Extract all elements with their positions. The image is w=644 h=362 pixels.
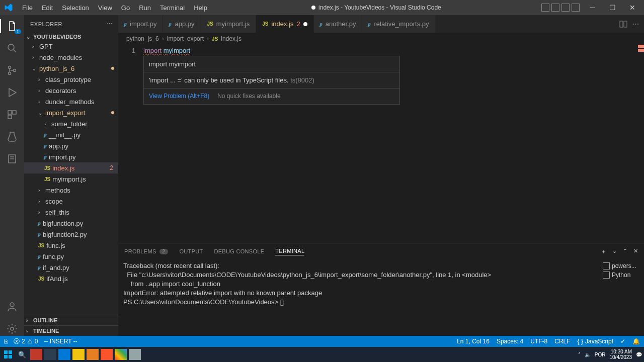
file-myimport-js[interactable]: JSmyimport.js bbox=[24, 173, 118, 185]
file-app-py[interactable]: 𝒑app.py bbox=[24, 140, 118, 151]
file-func-js[interactable]: JSfunc.js bbox=[24, 240, 118, 251]
file-if-and-py[interactable]: 𝒑if_and.py bbox=[24, 262, 118, 273]
explorer-icon[interactable]: 1 bbox=[0, 19, 24, 33]
status-encoding[interactable]: UTF-8 bbox=[530, 338, 547, 345]
panel-tab-terminal[interactable]: TERMINAL bbox=[275, 248, 304, 255]
tab-myimport-js[interactable]: JSmyimport.js bbox=[201, 15, 257, 33]
taskbar-app-icon[interactable] bbox=[30, 349, 42, 360]
testing-icon[interactable] bbox=[5, 130, 19, 144]
menu-help[interactable]: Help bbox=[190, 2, 211, 14]
status-notifications-icon[interactable]: 🔔 bbox=[632, 338, 640, 345]
settings-gear-icon[interactable] bbox=[5, 322, 19, 336]
minimize-button[interactable]: ─ bbox=[585, 4, 600, 12]
folder-class-prototype[interactable]: ›class_prototype bbox=[24, 74, 118, 85]
terminal-output[interactable]: Traceback (most recent call last): File … bbox=[118, 259, 599, 336]
accounts-icon[interactable] bbox=[5, 300, 19, 314]
search-icon[interactable] bbox=[5, 41, 19, 55]
folder-import-export[interactable]: ⌄import_export bbox=[24, 107, 118, 118]
folder-self-this[interactable]: ›self_this bbox=[24, 207, 118, 218]
tab-relative-imports-py[interactable]: 𝒑relative_imports.py bbox=[362, 15, 435, 33]
code-editor[interactable]: 1 import myimport import myimport 'impor… bbox=[118, 45, 644, 243]
status-language[interactable]: { } JavaScript bbox=[578, 338, 613, 345]
tab-import-py[interactable]: 𝒑import.py bbox=[118, 15, 163, 33]
layout-customize-icon[interactable] bbox=[572, 4, 580, 12]
folder-python-js-6[interactable]: ⌄python_js_6 bbox=[24, 63, 118, 74]
tray-language[interactable]: POR bbox=[595, 352, 606, 357]
menu-edit[interactable]: Edit bbox=[38, 2, 57, 14]
extensions-icon[interactable] bbox=[5, 108, 19, 122]
timeline-section[interactable]: ›TIMELINE bbox=[24, 325, 118, 336]
start-button[interactable] bbox=[2, 349, 14, 360]
outline-section[interactable]: ›OUTLINE bbox=[24, 315, 118, 325]
taskbar-explorer-icon[interactable] bbox=[72, 349, 85, 360]
file-bigfunction-py[interactable]: 𝒑bigfunction.py bbox=[24, 218, 118, 229]
tab-another-py[interactable]: 𝒑another.py bbox=[314, 15, 363, 33]
close-panel-icon[interactable]: ✕ bbox=[633, 248, 638, 255]
layout-sidebar-right-icon[interactable] bbox=[561, 4, 570, 12]
layout-sidebar-left-icon[interactable] bbox=[541, 4, 549, 12]
folder-methods[interactable]: ›methods bbox=[24, 185, 118, 196]
panel-tab-debug[interactable]: DEBUG CONSOLE bbox=[214, 248, 264, 254]
file-index-js[interactable]: JSindex.js2 bbox=[24, 162, 118, 173]
layout-panel-icon[interactable] bbox=[551, 4, 559, 12]
split-editor-icon[interactable] bbox=[619, 20, 627, 28]
sidebar-more-icon[interactable]: ⋯ bbox=[107, 21, 113, 27]
terminal-entry-powershell[interactable]: powers... bbox=[601, 261, 642, 270]
taskbar-time[interactable]: 10:30 AM bbox=[610, 349, 632, 354]
maximize-panel-icon[interactable]: ⌃ bbox=[623, 248, 627, 255]
folder-gpt[interactable]: ›GPT bbox=[24, 41, 118, 52]
view-problem-link[interactable]: View Problem (Alt+F8) bbox=[149, 92, 209, 101]
folder-dunder-methods[interactable]: ›dunder_methods bbox=[24, 96, 118, 107]
minimap[interactable] bbox=[627, 45, 637, 243]
breadcrumb[interactable]: python_js_6 › import_export › JS index.j… bbox=[118, 33, 644, 45]
status-eol[interactable]: CRLF bbox=[554, 338, 570, 345]
taskbar-app-icon[interactable] bbox=[44, 349, 56, 360]
menu-terminal[interactable]: Terminal bbox=[156, 2, 189, 14]
menu-run[interactable]: Run bbox=[135, 2, 155, 14]
menu-file[interactable]: File bbox=[18, 2, 37, 14]
search-taskbar-icon[interactable]: 🔍 bbox=[16, 349, 28, 360]
workspace-root[interactable]: ⌄YOUTUBEVIDEOS bbox=[24, 33, 118, 41]
taskbar-chrome-icon[interactable] bbox=[115, 349, 127, 360]
more-actions-icon[interactable]: ⋯ bbox=[632, 20, 639, 28]
status-errors[interactable]: ⓧ 2 ⚠ 0 bbox=[14, 337, 38, 346]
overview-ruler[interactable] bbox=[637, 45, 644, 243]
tab-index-js[interactable]: JSindex.js2 bbox=[256, 15, 314, 33]
file-ifand-js[interactable]: JSifAnd.js bbox=[24, 273, 118, 284]
taskbar-brave-icon[interactable] bbox=[101, 349, 113, 360]
folder-node-modules[interactable]: ›node_modules bbox=[24, 52, 118, 63]
terminal-dropdown-icon[interactable]: ⌄ bbox=[612, 248, 617, 255]
remote-indicator[interactable]: ⎘ bbox=[4, 338, 8, 345]
taskbar-date[interactable]: 10/4/2023 bbox=[610, 354, 632, 360]
taskbar-firefox-icon[interactable] bbox=[87, 349, 99, 360]
folder-some-folder[interactable]: ›some_folder bbox=[24, 118, 118, 129]
tray-chevron-icon[interactable]: ˄ bbox=[578, 352, 581, 357]
status-cursor-position[interactable]: Ln 1, Col 16 bbox=[457, 338, 490, 345]
breadcrumb-segment[interactable]: index.js bbox=[221, 35, 242, 42]
menu-selection[interactable]: Selection bbox=[58, 2, 93, 14]
notification-center-icon[interactable]: 💬 bbox=[636, 352, 642, 357]
panel-tab-problems[interactable]: PROBLEMS2 bbox=[124, 248, 168, 254]
bookmarks-icon[interactable] bbox=[5, 152, 19, 166]
unsaved-dot-icon[interactable] bbox=[303, 22, 307, 26]
close-button[interactable]: ✕ bbox=[625, 4, 640, 12]
status-indentation[interactable]: Spaces: 4 bbox=[497, 338, 523, 345]
menu-view[interactable]: View bbox=[94, 2, 116, 14]
folder-decorators[interactable]: ›decorators bbox=[24, 85, 118, 96]
panel-tab-output[interactable]: OUTPUT bbox=[179, 248, 203, 254]
tray-network-icon[interactable]: 🔈 bbox=[585, 352, 591, 357]
source-control-icon[interactable] bbox=[5, 63, 19, 77]
new-terminal-icon[interactable]: ＋ bbox=[601, 248, 606, 255]
breadcrumb-segment[interactable]: python_js_6 bbox=[126, 35, 159, 42]
tab-app-py[interactable]: 𝒑app.py bbox=[163, 15, 201, 33]
status-prettier-icon[interactable]: ✓ bbox=[620, 338, 625, 345]
folder-scope[interactable]: ›scope bbox=[24, 196, 118, 207]
terminal-entry-python[interactable]: Python bbox=[601, 270, 642, 280]
file-import-py[interactable]: 𝒑import.py bbox=[24, 151, 118, 162]
taskbar-vscode-icon[interactable] bbox=[58, 349, 70, 360]
breadcrumb-segment[interactable]: import_export bbox=[167, 35, 204, 42]
file-func-py[interactable]: 𝒑func.py bbox=[24, 251, 118, 262]
run-debug-icon[interactable] bbox=[5, 85, 19, 100]
maximize-button[interactable]: ☐ bbox=[605, 4, 620, 12]
taskbar-app-icon[interactable] bbox=[129, 349, 141, 360]
